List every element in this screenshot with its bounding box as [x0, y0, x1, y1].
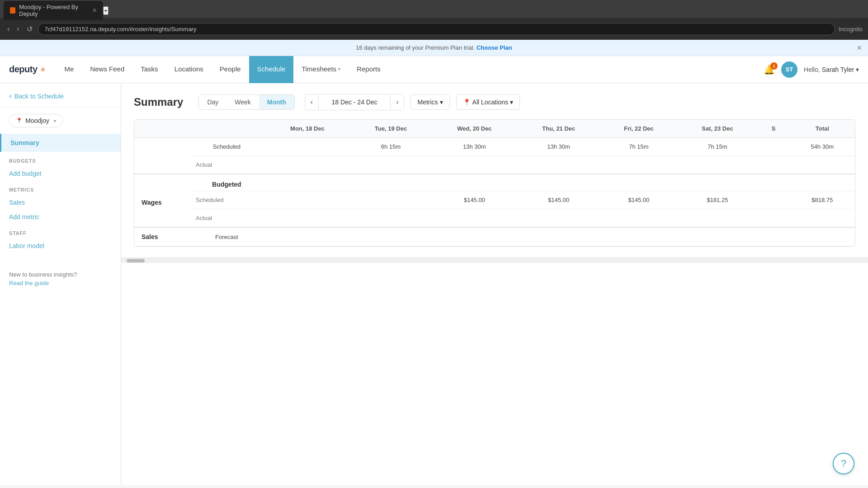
sidebar-help-text: New to business insights? — [9, 271, 112, 278]
cell-fri-scheduled: 7h 15m — [600, 138, 678, 156]
col-thu: Thu, 21 Dec — [517, 120, 600, 138]
col-total: Total — [790, 120, 855, 138]
next-date-button[interactable]: › — [391, 94, 404, 110]
all-locations-button[interactable]: 📍 All Locations ▾ — [456, 94, 520, 110]
tab-favicon — [10, 7, 15, 14]
cell-sun-budgeted — [758, 174, 790, 191]
add-metric-link[interactable]: Add metric — [0, 210, 121, 224]
sales-link[interactable]: Sales — [0, 195, 121, 210]
horizontal-scroll-thumb[interactable] — [127, 259, 145, 263]
view-tabs: Day Week Month — [198, 94, 294, 110]
cell-thu-scheduled: 13h 30m — [517, 138, 600, 156]
location-pill[interactable]: 📍 Moodjoy ▾ — [9, 114, 63, 127]
table-row: Scheduled $145.00 $145.00 $145.00 $181.2… — [134, 191, 855, 209]
help-button[interactable]: ? — [833, 453, 854, 474]
day-tab[interactable]: Day — [199, 95, 226, 109]
content-area: Summary Day Week Month ‹ 18 Dec - 24 Dec… — [121, 83, 868, 485]
sidebar-help-area: New to business insights? Read the guide — [0, 262, 121, 297]
cell-fri-wages-sched: $145.00 — [600, 191, 678, 209]
metrics-chevron-icon: ▾ — [440, 99, 443, 106]
reload-button[interactable]: ↺ — [25, 23, 34, 35]
labor-model-link[interactable]: Labor model — [0, 239, 121, 253]
back-to-schedule-link[interactable]: Back to Schedule — [9, 91, 112, 101]
sidebar-back: Back to Schedule — [0, 83, 121, 108]
cell-sat-forecast — [677, 227, 757, 246]
user-avatar: ST — [781, 61, 797, 78]
row-wages-actual-label: Actual — [189, 209, 265, 228]
nav-me[interactable]: Me — [57, 56, 82, 83]
cell-tue-actual — [350, 156, 432, 174]
prev-date-button[interactable]: ‹ — [305, 94, 318, 110]
nav-people[interactable]: People — [212, 56, 249, 83]
metrics-dropdown-button[interactable]: Metrics ▾ — [410, 94, 449, 110]
tab-close-button[interactable]: ✕ — [92, 7, 97, 14]
col-type — [189, 120, 265, 138]
summary-header: Summary Day Week Month ‹ 18 Dec - 24 Dec… — [134, 94, 855, 110]
cell-sun-wages-actual — [758, 209, 790, 228]
browser-tab-bar: Moodjoy - Powered By Deputy ✕ + — [0, 0, 868, 18]
horizontal-scrollbar[interactable] — [121, 258, 868, 263]
trial-banner: 16 days remaining of your Premium Plan t… — [0, 40, 868, 56]
page-title: Summary — [134, 96, 183, 108]
row-scheduled-label: Scheduled — [189, 138, 265, 156]
back-button[interactable]: ‹ — [5, 23, 11, 35]
notification-bell[interactable]: 🔔 1 — [764, 64, 775, 75]
col-tue: Tue, 19 Dec — [350, 120, 432, 138]
cell-tue-budgeted — [350, 174, 432, 191]
cell-sat-scheduled: 7h 15m — [677, 138, 757, 156]
nav-timesheets[interactable]: Timesheets ▾ — [293, 56, 349, 83]
choose-plan-link[interactable]: Choose Plan — [476, 44, 512, 51]
cell-thu-actual — [517, 156, 600, 174]
browser-nav-bar: ‹ › ↺ 7cf47d19112152.na.deputy.com/#rost… — [0, 18, 868, 40]
browser-tab[interactable]: Moodjoy - Powered By Deputy ✕ — [4, 1, 103, 20]
location-name: Moodjoy — [25, 117, 49, 124]
cell-wed-actual — [432, 156, 517, 174]
nav-news-feed[interactable]: News Feed — [82, 56, 132, 83]
month-tab[interactable]: Month — [259, 95, 294, 109]
cell-sat-actual — [677, 156, 757, 174]
sidebar: Back to Schedule 📍 Moodjoy ▾ Summary BUD… — [0, 83, 121, 485]
new-tab-button[interactable]: + — [103, 6, 108, 15]
cell-fri-wages-actual — [600, 209, 678, 228]
sidebar-section-budgets: BUDGETS — [0, 152, 121, 166]
nav-schedule[interactable]: Schedule — [249, 56, 294, 83]
url-bar[interactable]: 7cf47d19112152.na.deputy.com/#roster/ins… — [38, 23, 835, 35]
cell-sun-scheduled — [758, 138, 790, 156]
cell-fri-actual — [600, 156, 678, 174]
read-guide-link[interactable]: Read the guide — [9, 278, 112, 288]
forward-button[interactable]: › — [15, 23, 21, 35]
metrics-label: Metrics — [417, 99, 438, 106]
trial-banner-close[interactable]: × — [857, 43, 862, 52]
timesheets-chevron: ▾ — [338, 66, 340, 71]
nav-tasks[interactable]: Tasks — [132, 56, 166, 83]
main-layout: Back to Schedule 📍 Moodjoy ▾ Summary BUD… — [0, 83, 868, 485]
trial-message: 16 days remaining of your Premium Plan t… — [356, 44, 475, 51]
cell-tue-wages-actual — [350, 209, 432, 228]
date-range-display: 18 Dec - 24 Dec — [318, 95, 391, 109]
nav-reports[interactable]: Reports — [349, 56, 389, 83]
locations-label: All Locations — [472, 99, 508, 106]
table-row: Sales Forecast — [134, 227, 855, 246]
table-row: Actual — [134, 209, 855, 228]
greeting-text[interactable]: Hello, Sarah Tyler ▾ — [804, 66, 859, 73]
cell-sat-wages-actual — [677, 209, 757, 228]
browser-nav-right: Incognito — [839, 26, 863, 33]
main-nav: Me News Feed Tasks Locations People Sche… — [57, 56, 764, 83]
col-section — [134, 120, 189, 138]
notification-badge: 1 — [770, 62, 778, 70]
section-hours-label — [134, 138, 189, 174]
row-budgeted-label: Budgeted — [189, 174, 265, 191]
week-tab[interactable]: Week — [226, 95, 259, 109]
cell-total-actual — [790, 156, 855, 174]
sidebar-item-summary[interactable]: Summary — [0, 134, 121, 152]
row-actual-label: Actual — [189, 156, 265, 174]
cell-mon-scheduled — [265, 138, 350, 156]
date-navigator: ‹ 18 Dec - 24 Dec › — [305, 94, 405, 110]
app-header: deputy ✳ Me News Feed Tasks Locations Pe… — [0, 56, 868, 83]
col-mon: Mon, 18 Dec — [265, 120, 350, 138]
wages-section-row: Wages Budgeted — [134, 174, 855, 191]
nav-locations[interactable]: Locations — [166, 56, 212, 83]
add-budget-link[interactable]: Add budget — [0, 166, 121, 181]
cell-mon-wages-sched — [265, 191, 350, 209]
cell-thu-budgeted — [517, 174, 600, 191]
